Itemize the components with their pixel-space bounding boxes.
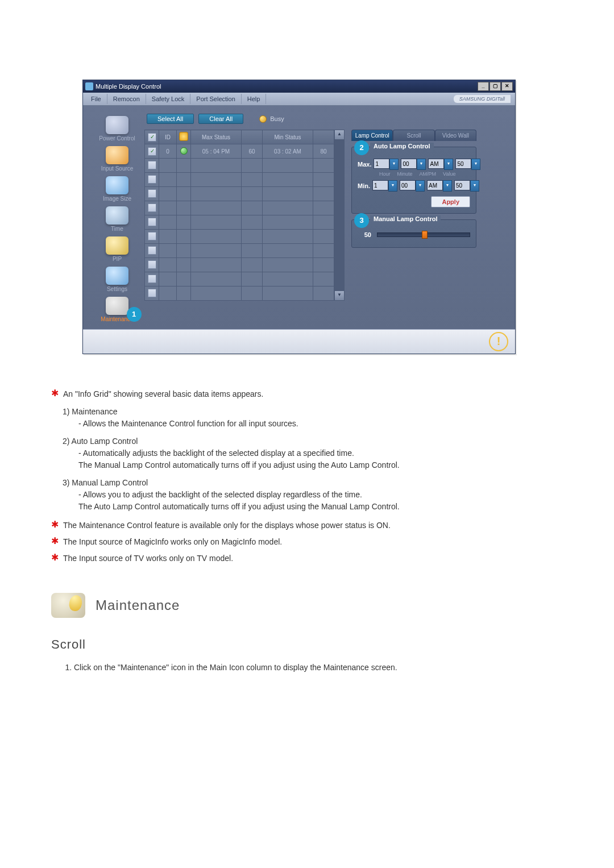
app-window: Multiple Display Control _ ▢ ✕ File Remo…	[82, 80, 516, 354]
window-minimize-icon[interactable]: _	[478, 82, 489, 91]
row-max-time: 05 : 04 PM	[191, 144, 242, 159]
max-hour-input[interactable]	[374, 159, 389, 169]
table-row[interactable]	[145, 258, 334, 272]
table-row[interactable]	[145, 230, 334, 244]
sidebar-item-time[interactable]: Time	[106, 206, 128, 232]
row-min-time: 03 : 02 AM	[263, 144, 313, 159]
max-minute-input[interactable]	[401, 159, 417, 169]
dropdown-icon[interactable]: ▾	[417, 159, 426, 170]
manual-lamp-slider[interactable]	[377, 232, 470, 237]
doc-item-3-title: 3) Manual Lamp Control	[63, 477, 563, 489]
grid-header-checkall[interactable]	[145, 130, 159, 144]
dropdown-icon[interactable]: ▾	[444, 159, 453, 170]
menu-remocon[interactable]: Remocon	[107, 94, 146, 104]
dropdown-icon[interactable]: ▾	[389, 159, 399, 170]
star-icon: ✱	[51, 553, 59, 563]
tab-scroll[interactable]: Scroll	[393, 130, 434, 141]
row-checkbox[interactable]	[148, 289, 156, 297]
menu-file[interactable]: File	[85, 94, 107, 104]
power-icon	[106, 116, 128, 134]
min-label: Min.	[358, 182, 370, 189]
section-heading: Maintenance	[51, 593, 563, 618]
table-row[interactable]	[145, 272, 334, 286]
settings-icon	[106, 267, 128, 285]
doc-line: The Input source of TV works only on TV …	[63, 553, 233, 564]
dropdown-icon[interactable]: ▾	[416, 180, 425, 192]
row-checkbox[interactable]	[148, 246, 156, 255]
sidebar-item-image-size[interactable]: Image Size	[103, 176, 131, 202]
sidebar: Power Control Input Source Image Size Ti…	[90, 113, 144, 322]
grid-scrollbar[interactable]: ▲ ▼	[334, 130, 345, 301]
pip-icon	[106, 236, 128, 255]
table-row[interactable]	[145, 244, 334, 258]
maintenance-section-icon	[51, 593, 85, 618]
menu-port-selection[interactable]: Port Selection	[190, 94, 241, 104]
doc-item-3-dash-a: - Allows you to adjust the backlight of …	[78, 489, 563, 501]
apply-button[interactable]: Apply	[431, 196, 470, 207]
doc-item-2-dash-a: - Automatically adjusts the backlight of…	[78, 447, 563, 459]
row-checkbox[interactable]	[148, 203, 156, 212]
table-row[interactable]	[145, 159, 334, 173]
auto-lamp-control-group: 2 Auto Lamp Control Max. ▾ ▾ ▾ ▾ Hour	[351, 147, 476, 214]
time-icon	[106, 206, 128, 225]
subsection-title: Scroll	[51, 635, 563, 654]
doc-item-2-title: 2) Auto Lamp Control	[63, 435, 563, 447]
grid-header-status	[177, 130, 191, 144]
row-min-val: 80	[313, 144, 334, 159]
tab-lamp-control[interactable]: Lamp Control	[351, 130, 393, 141]
toolbar: Select All Clear All Busy	[144, 113, 508, 125]
menu-help[interactable]: Help	[242, 94, 267, 104]
row-checkbox[interactable]	[148, 189, 156, 198]
select-all-button[interactable]: Select All	[147, 114, 194, 124]
callout-2: 2	[354, 140, 369, 155]
scroll-up-icon[interactable]: ▲	[335, 130, 344, 139]
row-checkbox[interactable]	[148, 161, 156, 169]
sidebar-item-maintenance[interactable]: Maintenance 1	[101, 297, 133, 322]
min-ampm-input[interactable]	[427, 180, 443, 190]
window-close-icon[interactable]: ✕	[501, 82, 513, 91]
sidebar-item-settings[interactable]: Settings	[106, 267, 128, 292]
min-hour-input[interactable]	[372, 180, 388, 190]
right-panel: Lamp Control Scroll Video Wall 2 Auto La…	[351, 130, 476, 301]
row-checkbox[interactable]	[148, 218, 156, 226]
menubar: File Remocon Safety Lock Port Selection …	[83, 93, 515, 106]
clear-all-button[interactable]: Clear All	[198, 114, 243, 124]
star-icon: ✱	[51, 388, 59, 398]
row-id: 0	[159, 144, 177, 159]
menu-safety-lock[interactable]: Safety Lock	[146, 94, 190, 104]
sidebar-item-input-source[interactable]: Input Source	[101, 146, 134, 172]
sidebar-item-pip[interactable]: PIP	[106, 236, 128, 262]
manual-lamp-control-group: 3 Manual Lamp Control 50	[351, 219, 476, 248]
tab-video-wall[interactable]: Video Wall	[435, 130, 476, 141]
section-title: Maintenance	[96, 595, 180, 616]
min-value-input[interactable]	[454, 180, 470, 190]
manual-lamp-value: 50	[358, 231, 371, 238]
table-row[interactable]: 0 05 : 04 PM 60 03 : 02 AM 80	[145, 144, 334, 159]
scroll-down-icon[interactable]: ▼	[335, 291, 344, 300]
dropdown-icon[interactable]: ▾	[443, 180, 452, 192]
slider-thumb-icon[interactable]	[422, 231, 428, 239]
table-row[interactable]	[145, 173, 334, 187]
sidebar-item-power-control[interactable]: Power Control	[99, 116, 135, 142]
grid-header-max-status: Max Status	[191, 130, 242, 144]
grid-header-min-status: Min Status	[263, 130, 313, 144]
window-maximize-icon[interactable]: ▢	[489, 82, 501, 91]
row-checkbox[interactable]	[148, 147, 156, 156]
min-minute-input[interactable]	[400, 180, 416, 190]
row-checkbox[interactable]	[148, 260, 156, 269]
table-row[interactable]	[145, 187, 334, 201]
table-row[interactable]	[145, 215, 334, 230]
row-checkbox[interactable]	[148, 232, 156, 240]
dropdown-icon[interactable]: ▾	[471, 159, 480, 170]
grid-header-id: ID	[159, 130, 177, 144]
maintenance-icon	[106, 297, 128, 315]
max-value-input[interactable]	[455, 159, 471, 169]
table-row[interactable]	[145, 201, 334, 215]
row-checkbox[interactable]	[148, 175, 156, 184]
row-checkbox[interactable]	[148, 275, 156, 283]
max-ampm-input[interactable]	[428, 159, 444, 169]
dropdown-icon[interactable]: ▾	[388, 180, 397, 192]
warning-icon: !	[489, 332, 508, 351]
table-row[interactable]	[145, 286, 334, 301]
dropdown-icon[interactable]: ▾	[470, 180, 479, 192]
